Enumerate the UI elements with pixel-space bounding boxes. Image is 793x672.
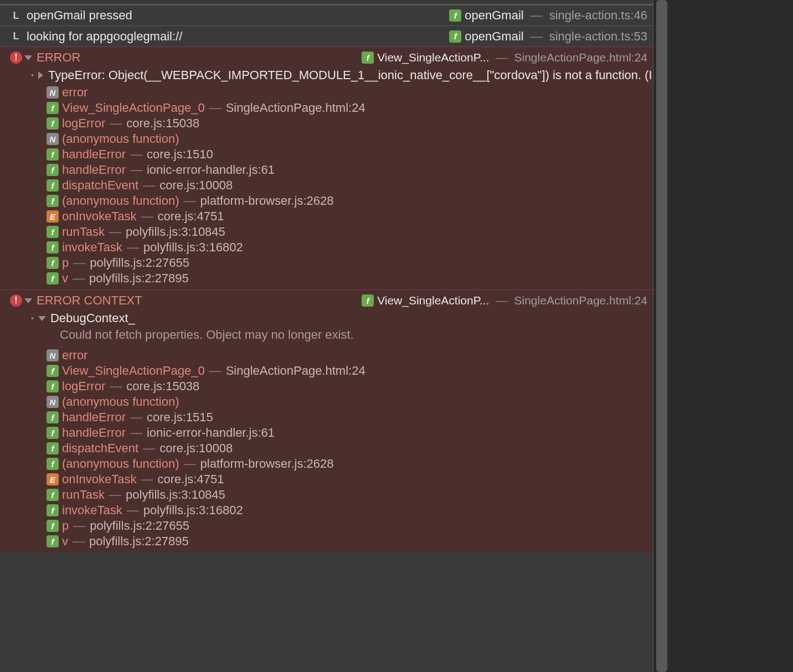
stack-frame[interactable]: EonInvokeTask—core.js:4751	[47, 472, 653, 487]
error-source[interactable]: f View_SingleActionP... — SingleActionPa…	[362, 51, 647, 64]
stack-file: ionic-error-handler.js:61	[147, 426, 275, 440]
stack-function: v	[62, 271, 68, 286]
error-title: ERROR CONTEXT	[37, 293, 362, 308]
error-message-row[interactable]: • DebugContext_	[0, 310, 653, 327]
function-icon: f	[47, 102, 59, 114]
log-row[interactable]: L openGmail pressed f openGmail — single…	[0, 4, 653, 25]
error-icon: !	[10, 294, 22, 307]
stack-file: polyfills.js:3:10845	[126, 488, 225, 502]
log-icon: L	[10, 9, 22, 22]
stack-file: core.js:1510	[147, 147, 213, 162]
stack-frame[interactable]: finvokeTask—polyfills.js:3:16802	[47, 503, 653, 518]
error-message: TypeError: Object(__WEBPACK_IMPORTED_MOD…	[48, 68, 653, 82]
stack-function: handleError	[62, 147, 126, 162]
stack-file: core.js:15038	[126, 116, 199, 131]
log-message: openGmail pressed	[27, 8, 449, 23]
chevron-down-icon[interactable]	[38, 316, 46, 321]
stack-file: polyfills.js:3:16802	[143, 503, 243, 518]
function-icon: f	[47, 535, 59, 547]
stack-frame[interactable]: N(anonymous function)	[47, 131, 653, 147]
chevron-down-icon[interactable]	[24, 298, 32, 303]
stack-frame[interactable]: fv—polyfills.js:2:27895	[47, 534, 653, 549]
source-function: View_SingleActionP...	[377, 51, 489, 64]
stack-frame[interactable]: fhandleError—ionic-error-handler.js:61	[47, 162, 653, 178]
source-function: openGmail	[465, 29, 523, 44]
dash: —	[531, 8, 543, 23]
stack-file: polyfills.js:2:27655	[90, 519, 189, 533]
source-file: single-action.ts:53	[549, 29, 647, 44]
log-message: looking for appgooglegmail://	[27, 29, 449, 44]
stack-function: error	[62, 348, 87, 363]
console-scroll-area[interactable]: L openGmail pressed f openGmail — single…	[0, 0, 653, 672]
stack-frame[interactable]: fView_SingleActionPage_0—SingleActionPag…	[47, 100, 653, 116]
scrollbar-thumb[interactable]	[656, 0, 667, 672]
stack-frame[interactable]: fhandleError—ionic-error-handler.js:61	[47, 425, 653, 441]
function-icon: f	[47, 117, 59, 130]
stack-function: (anonymous function)	[62, 457, 179, 471]
stack-frame[interactable]: fdispatchEvent—core.js:10008	[47, 178, 653, 193]
dash: —	[141, 472, 153, 487]
stack-frame[interactable]: fhandleError—core.js:1510	[47, 147, 653, 162]
log-row[interactable]: L looking for appgooglegmail:// f openGm…	[0, 25, 653, 46]
stack-frame[interactable]: fView_SingleActionPage_0—SingleActionPag…	[47, 363, 653, 379]
stack-function: dispatchEvent	[62, 441, 138, 456]
stack-function: onInvokeTask	[62, 472, 137, 487]
function-icon: f	[47, 257, 59, 269]
stack-file: core.js:4751	[158, 209, 224, 224]
source-file: SingleActionPage.html:24	[514, 51, 648, 64]
error-message-row[interactable]: • TypeError: Object(__WEBPACK_IMPORTED_M…	[0, 67, 653, 84]
dash: —	[127, 503, 139, 518]
stack-file: polyfills.js:2:27655	[90, 256, 189, 270]
function-icon: f	[47, 179, 59, 192]
stack-frame[interactable]: f(anonymous function)—platform-browser.j…	[47, 193, 653, 209]
function-icon: f	[47, 272, 59, 285]
stack-frame[interactable]: fp—polyfills.js:2:27655	[47, 255, 653, 271]
function-icon: f	[47, 411, 59, 423]
scrollbar-track[interactable]	[655, 0, 668, 672]
stack-function: (anonymous function)	[62, 194, 179, 208]
stack-frame[interactable]: flogError—core.js:15038	[47, 116, 653, 131]
stack-trace: NerrorfView_SingleActionPage_0—SingleAct…	[0, 347, 653, 549]
log-source[interactable]: f openGmail — single-action.ts:46	[449, 8, 647, 23]
stack-frame[interactable]: Nerror	[47, 348, 653, 363]
function-icon: f	[47, 365, 59, 377]
function-icon: f	[47, 241, 59, 254]
stack-file: ionic-error-handler.js:61	[147, 163, 275, 177]
dash: —	[127, 240, 139, 255]
stack-frame[interactable]: N(anonymous function)	[47, 394, 653, 410]
dash: —	[110, 116, 122, 131]
native-icon: N	[47, 133, 59, 145]
source-function: openGmail	[465, 8, 523, 23]
error-message: DebugContext_	[50, 311, 135, 325]
chevron-right-icon[interactable]	[38, 71, 43, 79]
stack-frame[interactable]: frunTask—polyfills.js:3:10845	[47, 487, 653, 503]
function-icon: f	[47, 148, 59, 161]
function-icon: f	[362, 51, 374, 64]
stack-function: dispatchEvent	[62, 178, 138, 193]
stack-frame[interactable]: Nerror	[47, 85, 653, 100]
dash: —	[184, 457, 196, 471]
stack-trace: NerrorfView_SingleActionPage_0—SingleAct…	[0, 84, 653, 286]
stack-frame[interactable]: frunTask—polyfills.js:3:10845	[47, 224, 653, 240]
stack-frame[interactable]: flogError—core.js:15038	[47, 379, 653, 394]
stack-frame[interactable]: fp—polyfills.js:2:27655	[47, 518, 653, 534]
chevron-down-icon[interactable]	[24, 55, 32, 60]
stack-frame[interactable]: finvokeTask—polyfills.js:3:16802	[47, 240, 653, 255]
stack-frame[interactable]: fhandleError—core.js:1515	[47, 410, 653, 425]
stack-function: logError	[62, 116, 105, 131]
top-divider	[0, 0, 653, 4]
error-header[interactable]: ! ERROR CONTEXT f View_SingleActionP... …	[0, 290, 653, 310]
stack-frame[interactable]: fdispatchEvent—core.js:10008	[47, 441, 653, 456]
dash: —	[496, 294, 508, 307]
function-icon: f	[47, 489, 59, 501]
stack-frame[interactable]: f(anonymous function)—platform-browser.j…	[47, 456, 653, 472]
log-source[interactable]: f openGmail — single-action.ts:53	[449, 29, 647, 44]
stack-file: polyfills.js:2:27895	[89, 534, 189, 549]
dash: —	[73, 256, 85, 270]
source-function: View_SingleActionP...	[377, 294, 489, 307]
stack-frame[interactable]: fv—polyfills.js:2:27895	[47, 271, 653, 286]
error-source[interactable]: f View_SingleActionP... — SingleActionPa…	[362, 294, 647, 307]
dash: —	[109, 488, 121, 502]
stack-frame[interactable]: EonInvokeTask—core.js:4751	[47, 209, 653, 224]
error-header[interactable]: ! ERROR f View_SingleActionP... — Single…	[0, 47, 653, 67]
